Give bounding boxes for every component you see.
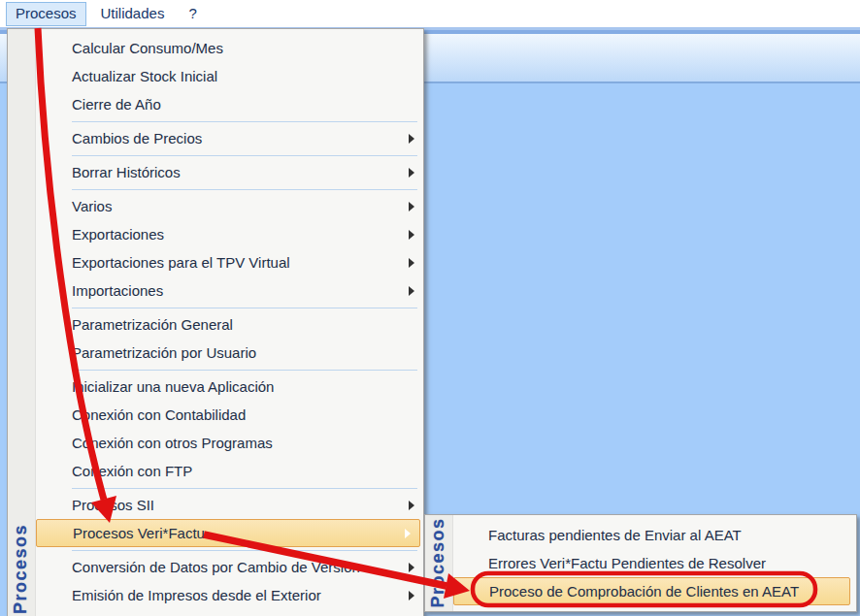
menu-item-label: Cambios de Precios [72, 130, 202, 146]
verifactu-submenu: Procesos Veri*Factu Facturas pendientes … [424, 514, 857, 612]
submenu-arrow-icon [409, 230, 414, 240]
menu-item-label: Parametrización General [72, 316, 233, 333]
menu-item-label: Conexión con Contabilidad [72, 406, 246, 423]
menu-item-importaciones[interactable]: Importaciones [36, 276, 423, 305]
menu-item-label: Parametrización por Usuario [72, 344, 256, 361]
menu-item-label: Procesos SII [72, 497, 154, 513]
app-window: Procesos Utilidades ? Procesos Calcular … [0, 0, 860, 616]
menu-item-borrar-hist-ricos[interactable]: Borrar Históricos [36, 158, 423, 186]
submenu-arrow-icon [409, 591, 414, 600]
menu-item-conexi-n-con-ftp[interactable]: Conexión con FTP [36, 457, 423, 485]
menubar-item-procesos[interactable]: Procesos [6, 2, 86, 26]
menu-item-list: Calcular Consumo/MesActualizar Stock Ini… [36, 29, 423, 609]
menu-item-emisi-n-de-impresos-desde-el-exterior[interactable]: Emisión de Impresos desde el Exterior [36, 581, 423, 609]
menu-item-procesos-sii[interactable]: Procesos SII [36, 491, 423, 519]
menubar-item-utilidades[interactable]: Utilidades [91, 2, 175, 26]
submenu-gutter: Procesos Veri*Factu [425, 515, 453, 611]
menu-item-facturas-pendientes-de-enviar-al-aeat[interactable]: Facturas pendientes de Enviar al AEAT [453, 521, 856, 549]
submenu-arrow-icon [409, 563, 414, 572]
menu-item-conversi-n-de-datos-por-cambio-de-versi-n[interactable]: Conversión de Datos por Cambio de Versió… [36, 553, 423, 581]
menu-item-label: Exportaciones [72, 226, 164, 243]
procesos-dropdown-menu: Procesos Calcular Consumo/MesActualizar … [7, 28, 424, 616]
menu-item-label: Importaciones [72, 282, 163, 299]
submenu-arrow-icon [409, 501, 414, 510]
menu-gutter-label-wrap: Procesos [11, 521, 32, 614]
menu-item-errores-veri-factu-pendientes-de-resolver[interactable]: Errores Veri*Factu Pendientes de Resolve… [453, 549, 856, 577]
menu-item-conexi-n-con-otros-programas[interactable]: Conexión con otros Programas [36, 429, 423, 457]
menu-item-label: Actualizar Stock Inicial [72, 68, 217, 84]
menu-item-label: Procesos Veri*Factu [73, 525, 205, 541]
menu-item-cierre-de-a-o[interactable]: Cierre de Año [36, 90, 423, 118]
menu-item-label: Emisión de Impresos desde el Exterior [72, 587, 321, 603]
menu-item-exportaciones-para-el-tpv-virtual[interactable]: Exportaciones para el TPV Virtual [36, 248, 423, 276]
menu-item-parametrizaci-n-por-usuario[interactable]: Parametrización por Usuario [36, 339, 423, 367]
menu-item-label: Cierre de Año [72, 96, 161, 113]
submenu-arrow-icon [409, 168, 414, 178]
submenu-arrow-icon [409, 258, 414, 268]
menu-item-label: Facturas pendientes de Enviar al AEAT [488, 527, 742, 543]
menu-item-label: Exportaciones para el TPV Virtual [72, 254, 290, 271]
submenu-arrow-icon [409, 134, 414, 144]
menu-item-procesos-veri-factu[interactable]: Procesos Veri*Factu [36, 519, 420, 547]
menu-gutter-label: Procesos [11, 524, 31, 614]
submenu-arrow-icon [409, 202, 414, 211]
menu-item-varios[interactable]: Varios [36, 192, 423, 220]
menu-item-calcular-consumo-mes[interactable]: Calcular Consumo/Mes [36, 34, 423, 62]
menubar-item-help[interactable]: ? [179, 2, 206, 26]
submenu-arrow-icon [405, 529, 411, 538]
menu-item-label: Borrar Históricos [72, 164, 181, 180]
menu-item-label: Proceso de Comprobación de Clientes en A… [489, 583, 799, 600]
menu-item-cambios-de-precios[interactable]: Cambios de Precios [36, 124, 423, 152]
menu-item-label: Conversión de Datos por Cambio de Versió… [72, 559, 360, 575]
submenu-gutter-label-wrap: Procesos Veri*Factu [428, 519, 449, 608]
menu-item-label: Inicializar una nueva Aplicación [72, 378, 274, 395]
menu-item-actualizar-stock-inicial[interactable]: Actualizar Stock Inicial [36, 62, 423, 90]
submenu-item-list: Facturas pendientes de Enviar al AEATErr… [453, 515, 856, 605]
submenu-arrow-icon [409, 286, 414, 296]
menu-item-label: Calcular Consumo/Mes [72, 40, 223, 56]
menu-item-label: Conexión con FTP [72, 463, 192, 479]
menubar: Procesos Utilidades ? [0, 0, 860, 27]
menu-item-label: Conexión con otros Programas [72, 435, 273, 451]
menu-item-conexi-n-con-contabilidad[interactable]: Conexión con Contabilidad [36, 401, 423, 429]
submenu-gutter-label: Procesos Veri*Factu [428, 519, 448, 608]
menu-item-parametrizaci-n-general[interactable]: Parametrización General [36, 310, 423, 339]
menu-item-proceso-de-comprobaci-n-de-clientes-en-aeat[interactable]: Proceso de Comprobación de Clientes en A… [453, 577, 850, 605]
menu-item-label: Errores Veri*Factu Pendientes de Resolve… [488, 555, 766, 571]
menu-gutter: Procesos [8, 29, 36, 616]
menu-item-label: Varios [72, 198, 112, 214]
menu-item-inicializar-una-nueva-aplicaci-n[interactable]: Inicializar una nueva Aplicación [36, 373, 423, 401]
menu-item-exportaciones[interactable]: Exportaciones [36, 220, 423, 248]
